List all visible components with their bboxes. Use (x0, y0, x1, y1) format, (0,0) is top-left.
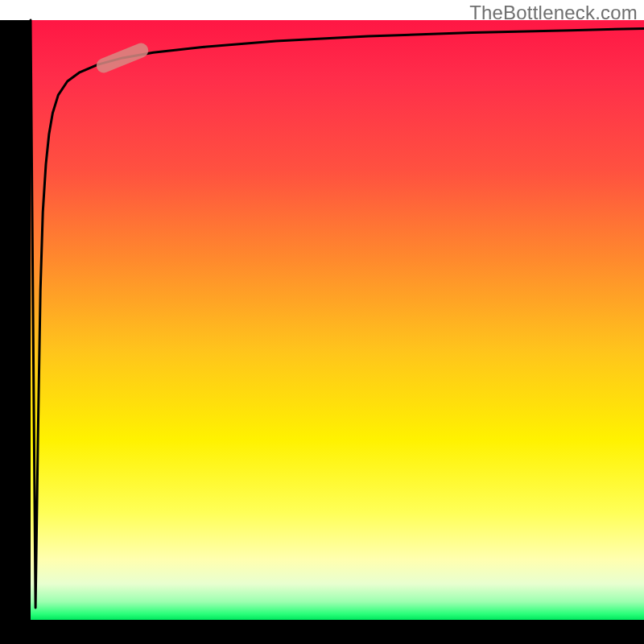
y-axis-bar (0, 20, 31, 620)
chart-frame: TheBottleneck.com (0, 0, 644, 644)
watermark-text: TheBottleneck.com (469, 2, 638, 24)
plot-gradient-background (31, 20, 644, 620)
x-axis-bar (0, 620, 644, 644)
